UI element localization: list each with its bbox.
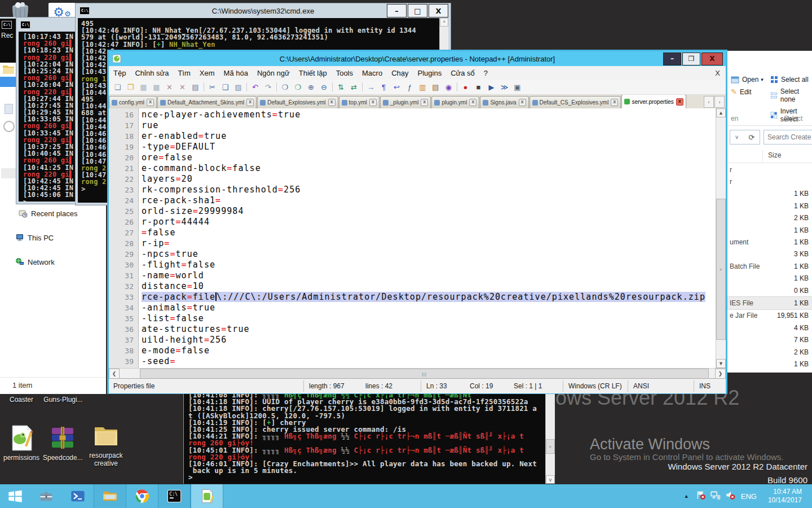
stop-macro-icon[interactable]: ■	[473, 81, 484, 93]
edit-button[interactable]: ✎Edit	[731, 87, 764, 96]
network-icon[interactable]	[710, 490, 721, 502]
function-list-icon[interactable]: ƒ	[404, 81, 416, 93]
file-row[interactable]: 2 KB	[727, 212, 812, 224]
cmd-window-bottom[interactable]: [10:41:08 INFO]: ╖╖╖╖ Hß╗ç Thß╗æng ½½ C├…	[183, 389, 555, 484]
file-row[interactable]: 1 KB	[727, 273, 812, 284]
open-button[interactable]: Open▾	[731, 76, 764, 84]
menu-macro[interactable]: Macro	[358, 67, 387, 79]
menu-close-icon[interactable]: X	[715, 69, 720, 77]
maximize-button[interactable]: ❐	[682, 52, 700, 65]
tab-scroll-left-icon[interactable]: ‹	[704, 96, 714, 108]
new-file-icon[interactable]: ❏	[112, 81, 123, 93]
volume-muted-icon[interactable]	[725, 490, 735, 502]
menu-ch-nh-s-a[interactable]: Chỉnh sửa	[130, 67, 173, 79]
doc-list-icon[interactable]: ▤	[430, 81, 442, 93]
file-row[interactable]: 1 KB	[727, 358, 812, 370]
close-button[interactable]: X	[701, 52, 723, 65]
cmd-window-fragment[interactable]: C:\	[0, 17, 16, 63]
taskbar-button-notepadpp[interactable]	[191, 484, 223, 508]
file-row[interactable]: IES File1 KB	[727, 296, 812, 309]
file-row[interactable]: 3 KB	[727, 248, 812, 260]
editor-vscrollbar[interactable]: ▲ ≡ ▼	[716, 108, 726, 368]
file-row[interactable]: 1 KB	[727, 224, 812, 236]
maximize-button[interactable]: □	[408, 4, 427, 17]
tab-signs-java[interactable]: Signs.javax	[480, 96, 528, 108]
view-eye-icon[interactable]: ◉	[443, 81, 454, 93]
menu-ng-n-ng-[interactable]: Ngôn ngữ	[253, 67, 294, 79]
desktop-icon-resourpack[interactable]: resourpack creative	[83, 423, 129, 467]
file-row[interactable]: r	[727, 176, 812, 187]
redo-icon[interactable]: ↷	[262, 81, 274, 93]
zoom-in-icon[interactable]: ⊕	[305, 81, 317, 93]
file-row[interactable]: 7 KB	[727, 334, 812, 345]
close-all-icon[interactable]: ✕	[176, 81, 188, 93]
taskbar-button-file-explorer[interactable]	[94, 484, 126, 508]
sidebar-item-this-pc[interactable]: This PC	[15, 233, 54, 242]
taskbar-button-start[interactable]	[0, 484, 30, 508]
menu--[interactable]: ?	[479, 67, 492, 79]
file-row[interactable]: 2 KB	[727, 346, 812, 358]
input-language[interactable]: ENG	[741, 492, 757, 501]
cmd-bottom-scrollbar[interactable]: ≡ v	[545, 389, 555, 484]
menu-thi-t-l-p[interactable]: Thiết lập	[294, 67, 332, 79]
copy-icon[interactable]: ❑	[219, 81, 231, 93]
tab-close-icon[interactable]: x	[519, 99, 526, 106]
sidebar-item-recent-places[interactable]: Recent places	[19, 209, 77, 218]
taskbar-button-cmd[interactable]: C:\	[158, 484, 191, 508]
sync-vertical-icon[interactable]: ⇅	[335, 81, 347, 93]
file-row[interactable]: ument1 KB	[727, 236, 812, 248]
scroll-left-icon[interactable]: ❮	[109, 369, 120, 379]
tab-close-icon[interactable]: x	[676, 98, 683, 106]
editor-area[interactable]: 1617181920212223242526272829303132333435…	[109, 108, 726, 368]
menu-c-a-s-[interactable]: Cửa sổ	[446, 67, 479, 79]
file-row[interactable]: r	[727, 164, 812, 176]
action-center-flag-icon[interactable]	[696, 490, 706, 502]
print-icon[interactable]: ▤	[189, 81, 201, 93]
menu-t-p[interactable]: Tệp	[109, 67, 130, 79]
tab-config-yml[interactable]: config.ymlx	[109, 96, 157, 108]
tab-server-properties[interactable]: server.propertiesx	[621, 95, 686, 108]
paragraph-icon[interactable]: ¶	[378, 81, 390, 93]
cmd-top-titlebar[interactable]: C:\ C:\Windows\system32\cmd.exe – □ X	[76, 3, 451, 18]
scroll-right-icon[interactable]: ❯	[715, 369, 726, 379]
minimize-button[interactable]: –	[663, 52, 681, 65]
desktop-icon-permissions[interactable]: permissions	[3, 424, 39, 462]
taskbar-clock[interactable]: 10:47 AM 10/14/2017	[768, 488, 802, 505]
cut-icon[interactable]: ✂	[206, 81, 218, 93]
tab-close-icon[interactable]: x	[369, 99, 377, 106]
scroll-up-icon[interactable]: ^	[440, 18, 448, 27]
save-icon[interactable]: ▦	[138, 81, 149, 93]
tab-default-explosives-yml[interactable]: Default_Explosives.ymlx	[257, 96, 338, 108]
scroll-up-icon[interactable]: ▲	[716, 108, 726, 117]
wrap-icon[interactable]: ↩	[391, 81, 403, 93]
file-row[interactable]: 1 KB	[727, 188, 812, 200]
file-row[interactable]: Batch File1 KB	[727, 260, 812, 272]
taskbar-button-server-manager[interactable]	[30, 484, 62, 508]
menu-t-m[interactable]: Tìm	[173, 67, 195, 79]
tab-plugin-yml[interactable]: plugin.ymlx	[431, 96, 479, 108]
vscrollbar-thumb[interactable]: ≡	[716, 199, 726, 340]
tab-close-icon[interactable]: x	[611, 99, 618, 106]
tab-scroll-right-icon[interactable]: ›	[714, 96, 725, 108]
address-dropdown-icon[interactable]: ˅	[735, 134, 739, 141]
close-button[interactable]: X	[429, 4, 448, 17]
doc-map-icon[interactable]: ▥	[417, 81, 429, 93]
select-none-button[interactable]: Select none	[770, 87, 812, 103]
file-row[interactable]: 4 KB	[727, 322, 812, 334]
menu-tools[interactable]: Tools	[332, 67, 358, 79]
tray-expand-icon[interactable]: ▲	[684, 493, 689, 499]
tab-close-icon[interactable]: x	[469, 99, 476, 106]
menu-xem[interactable]: Xem	[195, 67, 219, 79]
replace-icon[interactable]: ❍	[292, 81, 304, 93]
desktop-label-coaster[interactable]: Coaster	[0, 396, 43, 404]
tab-top-yml[interactable]: top.ymlx	[339, 96, 379, 108]
save-macro-icon[interactable]: ▣	[511, 81, 523, 93]
desktop-label-guns-plugin[interactable]: Guns-Plugi...	[39, 396, 87, 404]
tab-close-icon[interactable]: x	[147, 99, 154, 106]
close-doc-icon[interactable]: ✕	[164, 81, 175, 93]
file-row[interactable]: 0 KB	[727, 284, 812, 296]
tab-close-icon[interactable]: x	[328, 99, 336, 106]
file-row[interactable]: e Jar File19,951 KB	[727, 310, 812, 322]
address-bar-end[interactable]: ˅ ⟳	[730, 130, 760, 144]
whitespace-icon[interactable]: →	[365, 81, 377, 93]
